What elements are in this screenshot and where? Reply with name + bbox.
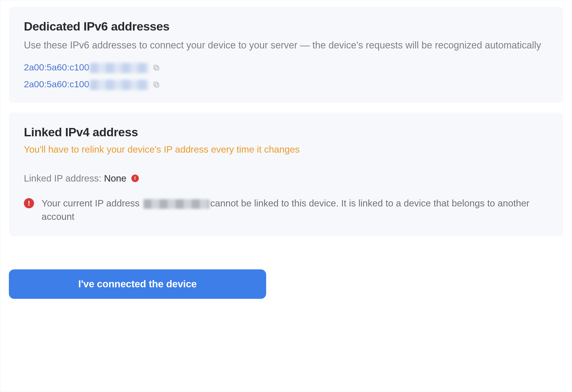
ipv6-addresses-card: Dedicated IPv6 addresses Use these IPv6 … <box>9 7 563 103</box>
linked-ip-label: Linked IP address: <box>24 173 104 183</box>
ipv6-address-row: 2a00:5a60:c100 <box>24 62 548 73</box>
ip-conflict-message: Your current IP address cannot be linked… <box>42 197 548 223</box>
linked-ip-row: Linked IP address: None ! <box>24 173 548 184</box>
alert-icon: ! <box>24 198 34 208</box>
ipv4-heading: Linked IPv4 address <box>24 125 548 139</box>
ipv6-address-link[interactable]: 2a00:5a60:c100 <box>24 79 149 90</box>
ipv4-linked-card: Linked IPv4 address You'll have to relin… <box>9 112 563 236</box>
ipv6-heading: Dedicated IPv6 addresses <box>24 20 548 33</box>
ipv6-address-prefix: 2a00:5a60:c100 <box>24 62 89 72</box>
svg-rect-1 <box>154 65 158 69</box>
ipv6-description: Use these IPv6 addresses to connect your… <box>24 38 548 52</box>
connected-device-button[interactable]: I've connected the device <box>9 269 266 299</box>
ipv6-address-row: 2a00:5a60:c100 <box>24 79 548 90</box>
ipv6-address-prefix: 2a00:5a60:c100 <box>24 79 89 89</box>
svg-rect-0 <box>155 66 159 70</box>
copy-icon[interactable] <box>153 81 160 88</box>
svg-rect-3 <box>154 82 158 86</box>
copy-icon[interactable] <box>153 64 160 71</box>
ipv4-warning: You'll have to relink your device's IP a… <box>24 144 548 155</box>
ip-conflict-alert: ! Your current IP address cannot be link… <box>24 197 548 223</box>
redacted-segment <box>90 80 149 90</box>
ipv6-address-link[interactable]: 2a00:5a60:c100 <box>24 62 149 73</box>
alert-icon: ! <box>131 175 139 182</box>
redacted-segment <box>90 63 149 73</box>
error-prefix: Your current IP address <box>42 198 142 208</box>
linked-ip-value: None <box>104 173 127 183</box>
redacted-segment <box>143 199 209 209</box>
svg-rect-2 <box>155 83 159 87</box>
